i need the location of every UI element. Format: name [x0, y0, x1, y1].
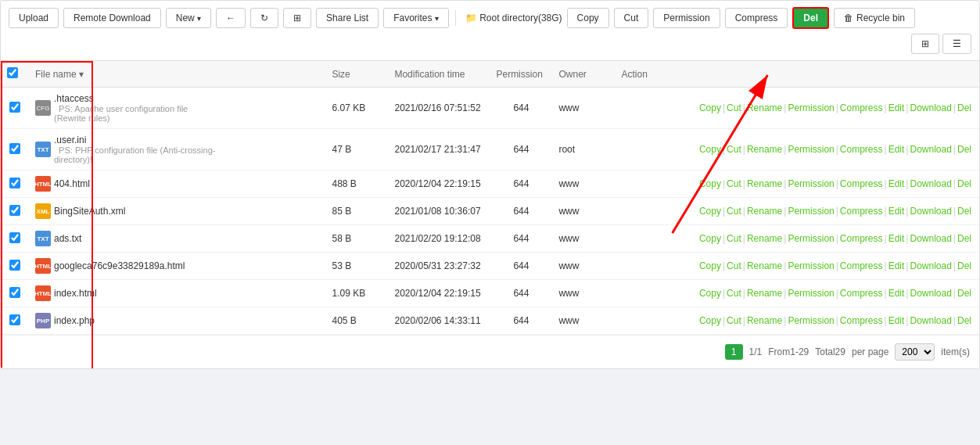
share-list-button[interactable]: Share List	[316, 8, 379, 28]
action-edit-link[interactable]: Edit	[888, 315, 905, 326]
action-copy-link[interactable]: Copy	[699, 178, 721, 189]
action-permission-link[interactable]: Permission	[788, 102, 834, 113]
cut-button[interactable]: Cut	[614, 8, 649, 28]
action-permission-link[interactable]: Permission	[788, 144, 834, 155]
action-compress-link[interactable]: Compress	[840, 288, 883, 299]
compress-button[interactable]: Compress	[725, 8, 788, 28]
action-rename-link[interactable]: Rename	[747, 206, 782, 217]
action-cut-link[interactable]: Cut	[727, 260, 741, 271]
layout-button[interactable]: ⊞	[283, 8, 311, 28]
action-copy-link[interactable]: Copy	[699, 315, 721, 326]
action-permission-link[interactable]: Permission	[788, 288, 834, 299]
action-edit-link[interactable]: Edit	[888, 206, 905, 217]
action-cut-link[interactable]: Cut	[727, 315, 741, 326]
header-size-col: Size	[325, 61, 388, 88]
row-checkbox[interactable]	[9, 143, 20, 154]
action-compress-link[interactable]: Compress	[840, 260, 883, 271]
refresh-button[interactable]: ↻	[250, 8, 278, 28]
favorites-button[interactable]: Favorites ▾	[383, 8, 449, 28]
action-download-link[interactable]: Download	[910, 206, 951, 217]
action-copy-link[interactable]: Copy	[699, 206, 721, 217]
action-del-link[interactable]: Del	[957, 315, 971, 326]
action-copy-link[interactable]: Copy	[699, 260, 721, 271]
row-checkbox[interactable]	[9, 232, 20, 243]
action-del-link[interactable]: Del	[957, 178, 971, 189]
action-del-link[interactable]: Del	[957, 206, 971, 217]
action-rename-link[interactable]: Rename	[747, 288, 782, 299]
upload-button[interactable]: Upload	[9, 8, 59, 28]
action-edit-link[interactable]: Edit	[888, 233, 905, 244]
action-compress-link[interactable]: Compress	[840, 144, 883, 155]
action-edit-link[interactable]: Edit	[888, 102, 905, 113]
action-rename-link[interactable]: Rename	[747, 102, 782, 113]
row-checkbox[interactable]	[9, 178, 20, 188]
action-download-link[interactable]: Download	[910, 178, 951, 189]
action-del-link[interactable]: Del	[957, 288, 971, 299]
action-rename-link[interactable]: Rename	[747, 233, 782, 244]
total-label: Total29	[815, 346, 845, 357]
permission-button[interactable]: Permission	[653, 8, 720, 28]
action-compress-link[interactable]: Compress	[840, 315, 883, 326]
action-cut-link[interactable]: Cut	[727, 288, 741, 299]
action-permission-link[interactable]: Permission	[788, 260, 834, 271]
action-del-link[interactable]: Del	[957, 102, 971, 113]
per-page-select[interactable]: 200 100 50	[895, 343, 935, 361]
action-download-link[interactable]: Download	[910, 288, 951, 299]
row-filename-cell: TXT ads.txt	[29, 225, 325, 253]
page-number-button[interactable]: 1	[725, 344, 743, 360]
row-owner-cell: www	[552, 307, 615, 335]
action-compress-link[interactable]: Compress	[840, 178, 883, 189]
row-checkbox[interactable]	[9, 205, 20, 216]
action-download-link[interactable]: Download	[910, 102, 951, 113]
action-download-link[interactable]: Download	[910, 144, 951, 155]
row-size-cell: 58 B	[325, 225, 388, 253]
row-checkbox[interactable]	[9, 102, 20, 113]
action-cut-link[interactable]: Cut	[727, 144, 741, 155]
action-copy-link[interactable]: Copy	[699, 233, 721, 244]
action-edit-link[interactable]: Edit	[888, 288, 905, 299]
action-copy-link[interactable]: Copy	[699, 102, 721, 113]
action-download-link[interactable]: Download	[910, 315, 951, 326]
action-download-link[interactable]: Download	[910, 233, 951, 244]
row-time-cell: 2020/12/04 22:19:15	[388, 280, 490, 307]
action-rename-link[interactable]: Rename	[747, 178, 782, 189]
row-size-cell: 47 B	[325, 129, 388, 170]
row-checkbox[interactable]	[9, 260, 20, 271]
select-all-checkbox[interactable]	[7, 67, 18, 78]
action-download-link[interactable]: Download	[910, 260, 951, 271]
action-edit-link[interactable]: Edit	[888, 178, 905, 189]
action-compress-link[interactable]: Compress	[840, 206, 883, 217]
remote-download-button[interactable]: Remote Download	[63, 8, 161, 28]
action-compress-link[interactable]: Compress	[840, 233, 883, 244]
action-rename-link[interactable]: Rename	[747, 144, 782, 155]
action-cut-link[interactable]: Cut	[727, 206, 741, 217]
action-del-link[interactable]: Del	[957, 233, 971, 244]
action-rename-link[interactable]: Rename	[747, 260, 782, 271]
back-button[interactable]: ←	[216, 8, 246, 28]
action-edit-link[interactable]: Edit	[888, 144, 905, 155]
action-permission-link[interactable]: Permission	[788, 206, 834, 217]
del-button[interactable]: Del	[792, 7, 829, 29]
action-copy-link[interactable]: Copy	[699, 144, 721, 155]
action-del-link[interactable]: Del	[957, 144, 971, 155]
new-button[interactable]: New ▾	[166, 8, 211, 28]
action-cut-link[interactable]: Cut	[727, 102, 741, 113]
action-cut-link[interactable]: Cut	[727, 178, 741, 189]
recycle-bin-button[interactable]: 🗑 Recycle bin	[834, 8, 915, 28]
action-compress-link[interactable]: Compress	[840, 102, 883, 113]
file-icon: HTML	[35, 258, 51, 274]
file-table: File name ▾ Size Modification time Permi…	[1, 61, 979, 335]
action-edit-link[interactable]: Edit	[888, 260, 905, 271]
action-permission-link[interactable]: Permission	[788, 233, 834, 244]
action-permission-link[interactable]: Permission	[788, 315, 834, 326]
action-rename-link[interactable]: Rename	[747, 315, 782, 326]
row-checkbox[interactable]	[9, 287, 20, 298]
action-del-link[interactable]: Del	[957, 260, 971, 271]
list-view-button[interactable]: ☰	[942, 34, 971, 54]
action-copy-link[interactable]: Copy	[699, 288, 721, 299]
action-cut-link[interactable]: Cut	[727, 233, 741, 244]
action-permission-link[interactable]: Permission	[788, 178, 834, 189]
row-checkbox[interactable]	[9, 314, 20, 325]
grid-view-button[interactable]: ⊞	[911, 34, 939, 54]
copy-button[interactable]: Copy	[567, 8, 609, 28]
